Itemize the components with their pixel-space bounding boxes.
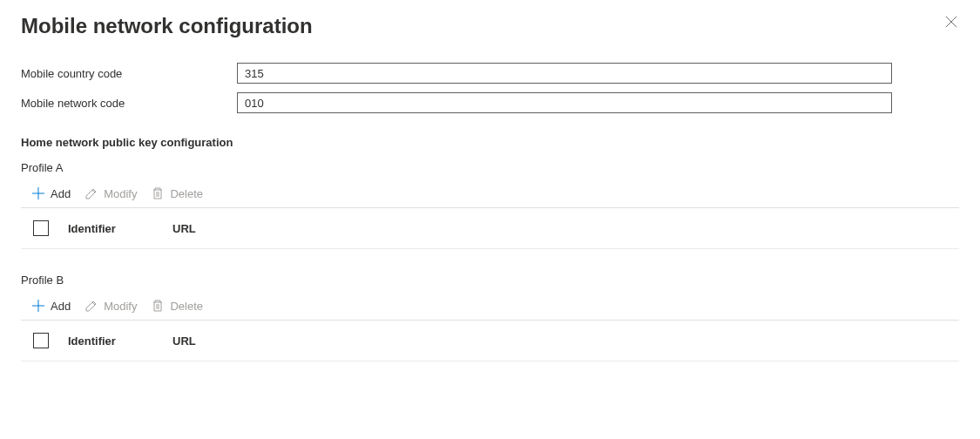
close-button[interactable] [945,16,959,30]
plus-icon [31,299,45,313]
add-label: Add [51,300,71,313]
profile-a-add-button[interactable]: Add [31,186,71,200]
column-identifier: Identifier [68,222,172,235]
add-label: Add [51,187,71,200]
profile-b-modify-button[interactable]: Modify [84,299,137,313]
profile-b-select-all-checkbox[interactable] [33,333,49,348]
profile-b-toolbar: Add Modify Delete [21,294,959,321]
column-url: URL [172,222,959,235]
pencil-icon [84,186,98,200]
profile-a-select-all-checkbox[interactable] [33,220,49,236]
profile-a-table-header: Identifier URL [21,208,959,249]
page-title: Mobile network configuration [21,14,959,38]
modify-label: Modify [104,300,137,313]
plus-icon [31,186,45,200]
mnc-input[interactable] [237,92,892,113]
pencil-icon [84,299,98,313]
modify-label: Modify [104,187,137,200]
column-identifier: Identifier [68,334,172,348]
profile-b-add-button[interactable]: Add [31,299,71,313]
profile-b-label: Profile B [21,274,959,287]
delete-label: Delete [170,187,203,200]
profile-a-label: Profile A [21,161,959,174]
profile-a-modify-button[interactable]: Modify [84,186,137,200]
profile-a-toolbar: Add Modify Delete [21,181,959,208]
column-url: URL [172,334,959,348]
delete-label: Delete [170,300,203,313]
section-heading: Home network public key configuration [21,136,959,149]
trash-icon [151,299,165,313]
mnc-label: Mobile network code [21,97,237,110]
mcc-input[interactable] [237,63,892,84]
trash-icon [151,186,165,200]
profile-b-delete-button[interactable]: Delete [151,299,203,313]
profile-b-table-header: Identifier URL [21,321,959,361]
profile-a-delete-button[interactable]: Delete [151,186,203,200]
close-icon [945,16,957,28]
mcc-label: Mobile country code [21,67,237,80]
